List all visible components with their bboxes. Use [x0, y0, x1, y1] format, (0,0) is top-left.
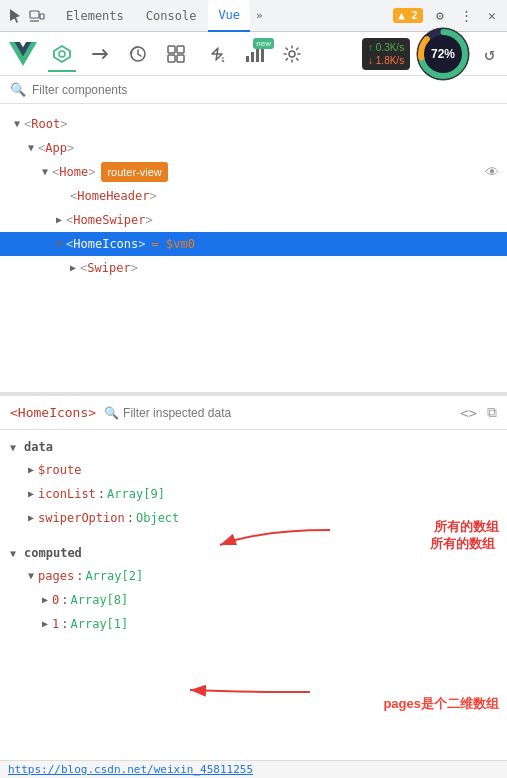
- history-tool-btn[interactable]: [124, 42, 152, 66]
- data-item-iconlist[interactable]: ▶ iconList : Array[9]: [0, 482, 507, 506]
- expand-icon: ▼: [42, 162, 48, 182]
- data-section: ▼ data ▶ $route ▶ iconList : Array[9] ▶ …: [0, 430, 507, 536]
- warning-badge: ▲ 2: [393, 8, 423, 23]
- data-item-pages-0[interactable]: ▶ 0 : Array[8]: [0, 588, 507, 612]
- filter-search-icon: 🔍: [10, 82, 26, 97]
- new-badge: new: [253, 38, 274, 49]
- expand-arrow: ▶: [28, 485, 34, 503]
- filter-icon: 🔍: [104, 406, 119, 420]
- computed-section: ▼ computed ▼ pages : Array[2] ▶ 0 : Arra…: [0, 536, 507, 642]
- vm-badge: = $vm0: [152, 234, 195, 254]
- svg-rect-10: [246, 56, 249, 62]
- svg-rect-7: [177, 46, 184, 53]
- component-tree: ▼ <Root> ▼ <App> ▼ <Home> router-view 👁 …: [0, 104, 507, 394]
- router-view-badge: router-view: [101, 162, 167, 182]
- gear-icon[interactable]: ⚙: [431, 7, 449, 25]
- expand-icon: ▶: [70, 258, 76, 278]
- bottom-url[interactable]: https://blog.csdn.net/weixin_45811255: [8, 763, 253, 776]
- inspector-filter-input[interactable]: [123, 406, 273, 420]
- data-section-label: data: [24, 440, 53, 454]
- dots-icon[interactable]: ⋮: [457, 7, 475, 25]
- data-item-swiperoption[interactable]: ▶ swiperOption : Object: [0, 506, 507, 530]
- expand-icon: ▼: [56, 234, 62, 254]
- computed-expand-arrow: ▼: [10, 548, 16, 559]
- settings-tool-btn[interactable]: [278, 42, 306, 66]
- inspector-panel: <HomeIcons> 🔍 <> ⧉ ▼ data ▶ $route ▶: [0, 396, 507, 642]
- cursor-icon[interactable]: [6, 7, 24, 25]
- svg-point-14: [289, 51, 295, 57]
- svg-marker-3: [54, 46, 70, 62]
- perf-download: ↓ 1.8K/s: [368, 55, 404, 66]
- external-link-icon[interactable]: ⧉: [487, 404, 497, 421]
- svg-point-4: [59, 51, 65, 57]
- data-item-pages-1[interactable]: ▶ 1 : Array[1]: [0, 612, 507, 636]
- expand-icon: ▶: [56, 210, 62, 230]
- expand-arrow: ▶: [42, 591, 48, 609]
- svg-rect-11: [251, 52, 254, 62]
- inspector-header: <HomeIcons> 🔍 <> ⧉: [0, 396, 507, 430]
- expand-arrow: ▶: [28, 461, 34, 479]
- tab-elements[interactable]: Elements: [56, 0, 134, 32]
- expand-arrow: ▶: [28, 509, 34, 527]
- expand-icon: ▼: [14, 114, 20, 134]
- close-icon[interactable]: ✕: [483, 7, 501, 25]
- annotation-pages-2d: pages是个二维数组: [383, 695, 499, 713]
- perf-gauge: 72%: [414, 25, 472, 83]
- eye-icon[interactable]: 👁: [485, 162, 499, 182]
- expand-arrow: ▼: [28, 567, 34, 585]
- vue-toolbar: new ↑ 0.3K/s ↓ 1.8K/s: [0, 32, 507, 76]
- tab-bar-right: ▲ 2 ⚙ ⋮ ✕: [393, 7, 501, 25]
- svg-rect-1: [40, 14, 44, 19]
- tree-item-root[interactable]: ▼ <Root>: [0, 112, 507, 136]
- data-section-header[interactable]: ▼ data: [0, 436, 507, 458]
- tree-item-swiper[interactable]: ▶ <Swiper>: [0, 256, 507, 280]
- filter-input[interactable]: [32, 83, 497, 97]
- vuex-tool-btn[interactable]: [162, 42, 190, 66]
- data-item-pages[interactable]: ▼ pages : Array[2]: [0, 564, 507, 588]
- tree-item-homeswiper[interactable]: ▶ <HomeSwiper>: [0, 208, 507, 232]
- inspector-filter: 🔍: [104, 406, 273, 420]
- toolbar-right: ↑ 0.3K/s ↓ 1.8K/s 72%: [362, 25, 499, 83]
- perf-upload: ↑ 0.3K/s: [368, 42, 404, 53]
- svg-text:72%: 72%: [431, 47, 455, 61]
- tab-console[interactable]: Console: [136, 0, 207, 32]
- computed-section-label: computed: [24, 546, 82, 560]
- perf-area: ↑ 0.3K/s ↓ 1.8K/s 72%: [362, 25, 472, 83]
- bottom-bar: https://blog.csdn.net/weixin_45811255: [0, 760, 507, 778]
- tree-item-home[interactable]: ▼ <Home> router-view 👁: [0, 160, 507, 184]
- tree-item-app[interactable]: ▼ <App>: [0, 136, 507, 160]
- tab-bar-icons: [6, 7, 46, 25]
- perf-stats: ↑ 0.3K/s ↓ 1.8K/s: [362, 38, 410, 70]
- refresh-btn[interactable]: ↺: [480, 41, 499, 66]
- navigate-tool-btn[interactable]: [200, 42, 230, 66]
- vue-logo: [8, 39, 38, 69]
- expand-icon: ▼: [28, 138, 34, 158]
- svg-rect-6: [168, 46, 175, 53]
- router-tool-btn[interactable]: [86, 42, 114, 66]
- tree-item-homeheader[interactable]: <HomeHeader>: [0, 184, 507, 208]
- svg-rect-8: [168, 55, 175, 62]
- component-tool-btn[interactable]: [48, 42, 76, 66]
- expand-arrow: ▶: [42, 615, 48, 633]
- tab-more[interactable]: »: [252, 5, 267, 26]
- device-icon[interactable]: [28, 7, 46, 25]
- svg-rect-0: [30, 11, 39, 18]
- tab-vue[interactable]: Vue: [208, 0, 250, 32]
- arrow-pages: [120, 672, 320, 712]
- inspector-title: <HomeIcons>: [10, 405, 96, 420]
- data-item-route[interactable]: ▶ $route: [0, 458, 507, 482]
- code-icon[interactable]: <>: [460, 405, 477, 421]
- svg-rect-12: [256, 49, 259, 62]
- computed-section-header[interactable]: ▼ computed: [0, 542, 507, 564]
- data-expand-arrow: ▼: [10, 442, 16, 453]
- svg-rect-9: [177, 55, 184, 62]
- inspector-header-right: <> ⧉: [460, 404, 497, 421]
- performance-tool-btn[interactable]: new: [240, 42, 268, 66]
- tree-item-homeicons[interactable]: ▼ <HomeIcons> = $vm0: [0, 232, 507, 256]
